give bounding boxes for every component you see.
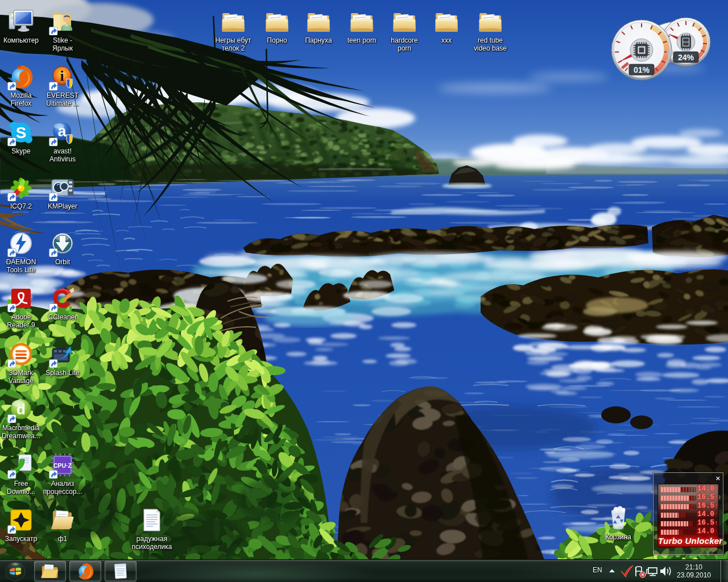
svg-text:CPU·Z: CPU·Z xyxy=(53,462,72,469)
svg-text:a: a xyxy=(57,123,67,140)
svg-text:i: i xyxy=(60,68,64,84)
svg-text:S: S xyxy=(16,124,27,142)
svg-text:01%: 01% xyxy=(634,65,650,74)
svg-text:d: d xyxy=(16,401,26,418)
svg-text:24%: 24% xyxy=(678,53,694,62)
